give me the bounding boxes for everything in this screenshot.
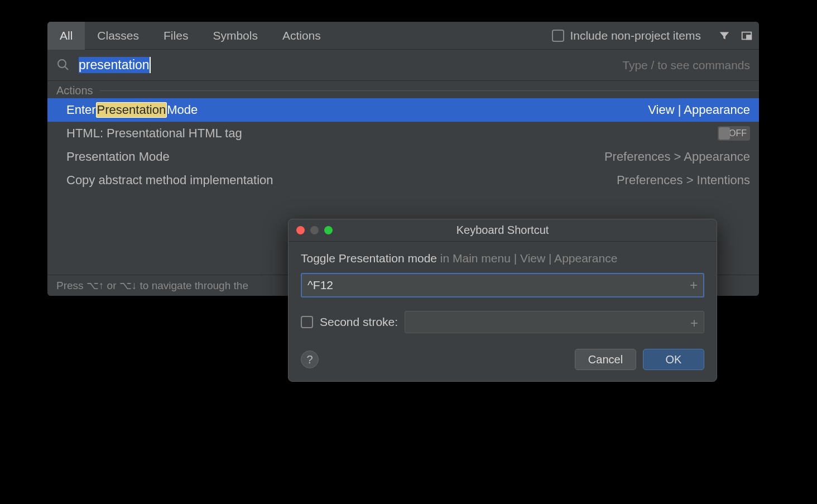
filter-icon[interactable] bbox=[717, 28, 732, 44]
svg-line-3 bbox=[65, 66, 68, 70]
maximize-icon[interactable] bbox=[324, 226, 333, 234]
dialog-title: Keyboard Shortcut bbox=[289, 224, 717, 237]
tabs-row: All Classes Files Symbols Actions Includ… bbox=[47, 22, 759, 50]
tab-actions[interactable]: Actions bbox=[270, 22, 333, 50]
include-non-project-label: Include non-project items bbox=[570, 29, 701, 42]
toggle-off[interactable]: OFF bbox=[718, 126, 750, 141]
toggle-label: OFF bbox=[729, 128, 747, 138]
result-context: Preferences > Appearance bbox=[604, 150, 750, 164]
ok-button[interactable]: OK bbox=[643, 349, 704, 370]
section-actions: Actions bbox=[47, 81, 759, 98]
action-name: Toggle Presentation mode bbox=[301, 252, 437, 265]
plus-icon[interactable]: + bbox=[690, 277, 698, 293]
result-text-prefix: Enter bbox=[66, 103, 96, 117]
result-text: HTML: Presentational HTML tag bbox=[66, 126, 242, 141]
section-divider bbox=[100, 90, 759, 91]
tab-files[interactable]: Files bbox=[151, 22, 200, 50]
shortcut-value: ^F12 bbox=[307, 279, 333, 292]
result-text: Presentation Mode bbox=[66, 150, 170, 164]
shortcut-input[interactable]: ^F12 + bbox=[301, 273, 704, 297]
result-text-highlight: Presentation bbox=[96, 102, 167, 118]
search-input[interactable]: presentation bbox=[79, 57, 151, 74]
include-non-project-checkbox[interactable]: Include non-project items bbox=[552, 29, 701, 42]
action-path-dim: in Main menu | View | Appearance bbox=[437, 252, 617, 265]
action-path: Toggle Presentation mode in Main menu | … bbox=[301, 252, 704, 265]
result-text-suffix: Mode bbox=[167, 103, 198, 117]
dialog-footer: ? Cancel OK bbox=[301, 349, 704, 370]
tab-symbols[interactable]: Symbols bbox=[200, 22, 270, 50]
search-row: presentation Type / to see commands bbox=[47, 50, 759, 81]
search-icon bbox=[56, 58, 71, 73]
search-input-text: presentation bbox=[79, 57, 151, 74]
tab-all[interactable]: All bbox=[47, 22, 85, 50]
result-item-presentation-mode[interactable]: Presentation Mode Preferences > Appearan… bbox=[47, 145, 759, 169]
result-item-html-tag[interactable]: HTML: Presentational HTML tag OFF bbox=[47, 122, 759, 145]
result-context: Preferences > Intentions bbox=[617, 173, 750, 188]
second-stroke-label: Second stroke: bbox=[320, 315, 398, 329]
result-item-copy-abstract[interactable]: Copy abstract method implementation Pref… bbox=[47, 169, 759, 192]
checkbox-icon bbox=[552, 30, 564, 42]
svg-rect-1 bbox=[747, 35, 751, 39]
result-text: Copy abstract method implementation bbox=[66, 173, 273, 188]
plus-icon[interactable]: + bbox=[690, 315, 698, 331]
close-icon[interactable] bbox=[296, 226, 305, 234]
pin-window-icon[interactable] bbox=[739, 28, 754, 44]
keyboard-shortcut-dialog: Keyboard Shortcut Toggle Presentation mo… bbox=[288, 219, 717, 382]
search-hint: Type / to see commands bbox=[622, 59, 750, 72]
help-button[interactable]: ? bbox=[301, 351, 319, 368]
second-stroke-row: Second stroke: + bbox=[301, 311, 704, 333]
result-context: View | Appearance bbox=[648, 103, 750, 117]
svg-point-2 bbox=[58, 60, 66, 68]
second-stroke-input[interactable]: + bbox=[405, 311, 704, 333]
cancel-button[interactable]: Cancel bbox=[575, 349, 636, 370]
tab-classes[interactable]: Classes bbox=[85, 22, 151, 50]
dialog-body: Toggle Presentation mode in Main menu | … bbox=[289, 242, 717, 381]
result-item-enter-presentation-mode[interactable]: Enter Presentation Mode View | Appearanc… bbox=[47, 98, 759, 122]
window-controls bbox=[296, 226, 333, 234]
second-stroke-checkbox[interactable] bbox=[301, 316, 313, 328]
dialog-titlebar: Keyboard Shortcut bbox=[289, 219, 717, 242]
section-label: Actions bbox=[56, 84, 93, 97]
minimize-icon[interactable] bbox=[310, 226, 319, 234]
